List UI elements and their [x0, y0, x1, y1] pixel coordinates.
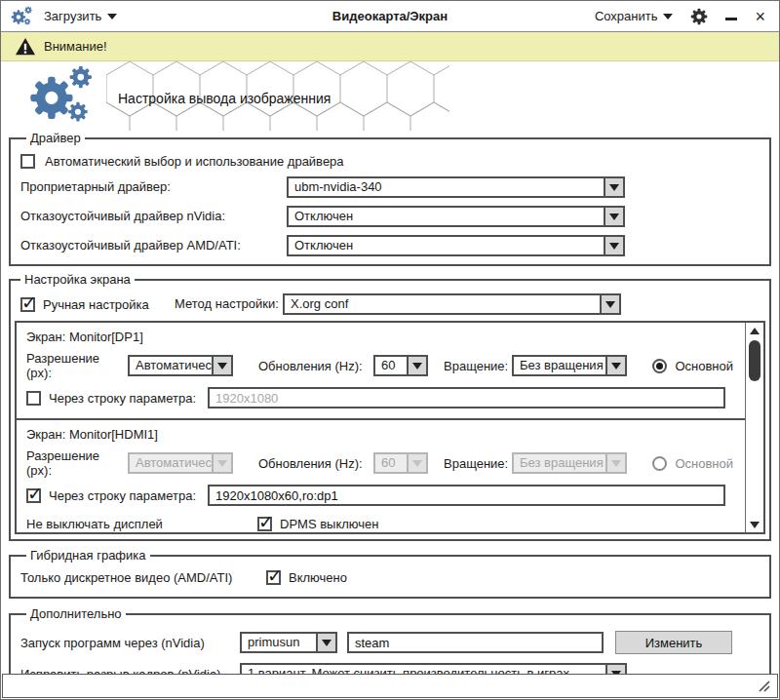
- failsafe-nvidia-value: Отключен: [289, 208, 604, 225]
- failsafe-amd-select[interactable]: Отключен: [287, 235, 625, 256]
- page-title: Настройка вывода изображенния: [118, 91, 331, 106]
- discrete-video-checkbox[interactable]: [266, 570, 281, 585]
- param-string-checkbox[interactable]: [26, 391, 41, 406]
- resize-grip[interactable]: [756, 678, 771, 693]
- change-button[interactable]: Изменить: [615, 631, 732, 654]
- launch-app-input[interactable]: [347, 632, 604, 653]
- dropdown-arrow-icon[interactable]: [212, 357, 231, 374]
- chevron-down-icon: [107, 14, 117, 24]
- app-window: Загрузить Видеокарта/Экран Сохранить × В…: [0, 0, 780, 700]
- dpms-row: Не выключать дисплей DPMS выключен: [17, 517, 745, 531]
- auto-driver-label[interactable]: Автоматический выбор и использование дра…: [45, 154, 344, 169]
- monitor-name: Экран: Monitor[HDMI1]: [17, 420, 745, 446]
- scrollbar-thumb[interactable]: [749, 340, 760, 381]
- param-string-input[interactable]: [208, 485, 725, 506]
- discrete-video-checkbox-label[interactable]: Включено: [289, 570, 347, 585]
- save-button[interactable]: Сохранить: [595, 9, 674, 24]
- group-screen: Настройка экрана Ручная настройка Метод …: [9, 272, 771, 541]
- title-bar: Загрузить Видеокарта/Экран Сохранить ×: [1, 1, 779, 32]
- refresh-label: Обновления (Hz):: [258, 359, 366, 373]
- param-row: Через строку параметра:: [17, 386, 745, 409]
- warning-text: Внимание!: [44, 39, 107, 54]
- group-screen-title: Настройка экрана: [20, 272, 135, 287]
- param-string-input[interactable]: [208, 387, 725, 408]
- dropdown-arrow-icon[interactable]: [605, 357, 625, 374]
- refresh-value: 60: [375, 357, 407, 374]
- dropdown-arrow-icon[interactable]: [604, 237, 623, 254]
- save-button-label: Сохранить: [595, 9, 658, 23]
- proprietary-driver-select[interactable]: ubm-nvidia-340: [287, 176, 625, 198]
- method-select[interactable]: X.org conf: [283, 293, 621, 315]
- chevron-down-icon: [663, 14, 673, 24]
- group-hybrid-title: Гибридная графика: [26, 548, 150, 563]
- failsafe-amd-value: Отключен: [289, 237, 604, 254]
- dropdown-arrow-icon[interactable]: [600, 295, 619, 313]
- arrow-up-icon: [750, 323, 760, 334]
- dropdown-arrow-icon: [212, 454, 231, 472]
- dropdown-arrow-icon: [407, 454, 426, 472]
- param-string-checkbox[interactable]: [26, 488, 41, 503]
- refresh-select: 60: [373, 452, 428, 474]
- group-extra-title: Дополнительно: [26, 606, 126, 621]
- primary-label[interactable]: Основной: [675, 359, 733, 373]
- proprietary-driver-label: Проприетарный драйвер:: [20, 179, 171, 194]
- manual-setup-label[interactable]: Ручная настройка: [43, 297, 149, 312]
- rotation-select: Без вращения: [512, 452, 627, 474]
- gear-icon: [690, 8, 708, 25]
- refresh-select[interactable]: 60: [373, 355, 428, 376]
- method-value: X.org conf: [285, 295, 600, 313]
- rotation-label: Вращение:: [444, 456, 508, 471]
- auto-driver-checkbox[interactable]: [20, 154, 35, 169]
- close-icon: ×: [755, 8, 765, 25]
- warning-triangle-icon: [15, 37, 36, 57]
- resolution-value: Автоматически: [130, 454, 212, 472]
- page-header: Настройка вывода изображенния: [1, 61, 779, 131]
- param-string-label[interactable]: Через строку параметра:: [49, 488, 196, 503]
- monitor-name: Экран: Monitor[DP1]: [17, 323, 745, 348]
- launch-via-label: Запуск программ через (nVidia): [20, 636, 240, 650]
- param-string-label[interactable]: Через строку параметра:: [49, 391, 196, 406]
- manual-setup-checkbox[interactable]: [20, 297, 35, 312]
- launch-via-value: primusun: [242, 634, 316, 651]
- scroll-down-button[interactable]: [746, 517, 763, 531]
- rotation-value: Без вращения: [514, 454, 605, 472]
- dropdown-arrow-icon[interactable]: [604, 178, 623, 196]
- primary-radio[interactable]: [652, 456, 667, 471]
- method-label: Метод настройки:: [175, 292, 279, 316]
- rotation-value: Без вращения: [514, 357, 605, 374]
- load-button[interactable]: Загрузить: [44, 9, 117, 24]
- resolution-select[interactable]: Автоматически: [128, 355, 233, 376]
- failsafe-nvidia-select[interactable]: Отключен: [287, 206, 625, 227]
- monitors-panel: Экран: Monitor[DP1] Разрешение (px): Авт…: [15, 321, 765, 534]
- dpms-checkbox[interactable]: [257, 517, 272, 531]
- group-driver: Драйвер Автоматический выбор и использов…: [9, 131, 771, 266]
- minimize-icon: [725, 18, 737, 20]
- dropdown-arrow-icon[interactable]: [316, 634, 335, 651]
- resolution-label: Разрешение (px):: [26, 448, 128, 478]
- primary-radio[interactable]: [652, 359, 667, 373]
- minimize-button[interactable]: [725, 12, 737, 20]
- resolution-label: Разрешение (px):: [26, 351, 128, 380]
- dpms-checkbox-label[interactable]: DPMS выключен: [280, 517, 379, 531]
- group-hybrid: Гибридная графика Только дискретное виде…: [9, 548, 771, 599]
- header-gears-icon: [15, 65, 112, 128]
- dropdown-arrow-icon[interactable]: [407, 357, 426, 374]
- dropdown-arrow-icon[interactable]: [604, 208, 623, 225]
- monitor-controls-row: Разрешение (px): Автоматически Обновлени…: [17, 354, 745, 377]
- scroll-up-button[interactable]: [746, 324, 763, 338]
- failsafe-amd-label: Отказоустойчивый драйвер AMD/ATI:: [20, 238, 241, 253]
- param-row: Через строку параметра:: [17, 484, 745, 507]
- vertical-scrollbar[interactable]: [745, 323, 763, 532]
- refresh-label: Обновления (Hz):: [258, 456, 366, 471]
- load-button-label: Загрузить: [44, 9, 101, 23]
- warning-banner: Внимание!: [1, 32, 779, 61]
- close-button[interactable]: ×: [755, 8, 765, 25]
- group-driver-title: Драйвер: [26, 131, 85, 145]
- proprietary-driver-value: ubm-nvidia-340: [289, 178, 604, 196]
- primary-label: Основной: [675, 456, 733, 471]
- discrete-video-label: Только дискретное видео (AMD/ATI): [20, 570, 266, 585]
- settings-gear-button[interactable]: [690, 8, 708, 25]
- rotation-select[interactable]: Без вращения: [512, 355, 627, 376]
- monitor-controls-row: Разрешение (px): Автоматически Обновлени…: [17, 451, 745, 475]
- launch-via-select[interactable]: primusun: [240, 632, 337, 653]
